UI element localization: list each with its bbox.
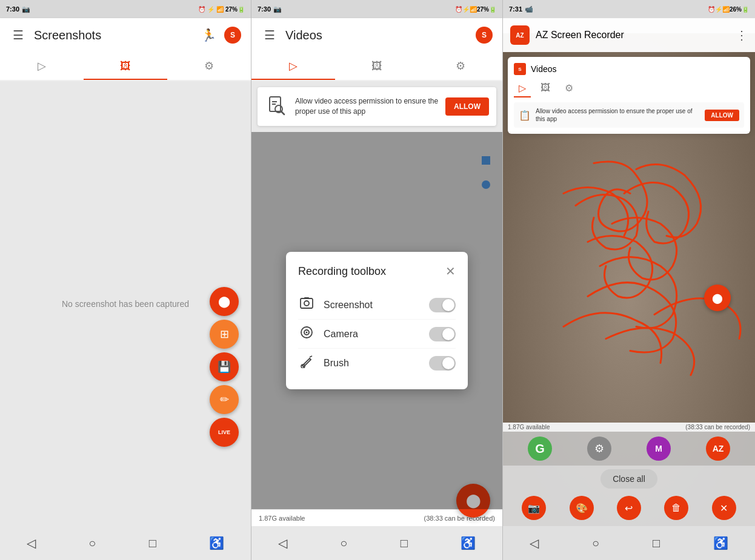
close-all-button[interactable]: Close all bbox=[600, 469, 657, 489]
mini-video-panel: S Videos ▷ 🖼 ⚙ 📋 Allow video access perm… bbox=[508, 57, 750, 134]
close-tool[interactable]: ✕ bbox=[712, 496, 736, 520]
app-icon-task[interactable]: M bbox=[647, 436, 671, 461]
alarm-icon-2: ⏰⚡📶27%🔋 bbox=[455, 6, 496, 13]
tab-video-icon-2: ▷ bbox=[289, 59, 298, 73]
delete-tool[interactable]: 🗑 bbox=[664, 496, 688, 520]
hamburger-menu-1[interactable]: ☰ bbox=[10, 27, 27, 44]
svg-line-12 bbox=[310, 356, 312, 357]
tab-video-icon-1: ▷ bbox=[38, 59, 46, 73]
brush-label: Brush bbox=[324, 358, 421, 369]
mini-tab-video[interactable]: ▷ bbox=[514, 80, 531, 97]
tab-video-2[interactable]: ▷ bbox=[251, 52, 335, 80]
tab-video-1[interactable]: ▷ bbox=[0, 52, 84, 80]
file-search-icon bbox=[266, 96, 288, 117]
camera-icon-3: 📹 bbox=[525, 5, 533, 13]
empty-screenshots-text: No screenshot has been captured bbox=[62, 299, 189, 309]
record-icon-1: ⬤ bbox=[218, 295, 230, 308]
save-button-1[interactable]: 💾 bbox=[210, 352, 239, 381]
modal-header: Recording toolbox ✕ bbox=[298, 264, 456, 278]
svg-point-6 bbox=[304, 301, 309, 306]
mini-permission-text: Allow video access permission to ensure … bbox=[536, 107, 700, 123]
brush-toggle[interactable] bbox=[429, 356, 456, 371]
back-button-2[interactable]: ◁ bbox=[266, 531, 299, 555]
home-button-3[interactable]: ○ bbox=[580, 532, 611, 555]
mini-allow-button[interactable]: ALLOW bbox=[705, 110, 739, 121]
time-2: 7:30 bbox=[258, 5, 271, 13]
recents-button-2[interactable]: □ bbox=[388, 532, 420, 555]
permission-banner-2: Allow video access permission to ensure … bbox=[258, 87, 496, 126]
top-bar-2: ☰ Videos S bbox=[251, 18, 502, 52]
storage-info-2: 1.87G available bbox=[259, 515, 305, 522]
google-icon[interactable]: G bbox=[528, 436, 552, 461]
recents-button-3[interactable]: □ bbox=[640, 532, 672, 555]
screenshot-tool[interactable]: 📷 bbox=[522, 496, 546, 520]
back-button-3[interactable]: ◁ bbox=[517, 531, 551, 555]
recording-time-3: (38:33 can be recorded) bbox=[685, 424, 750, 430]
mini-file-icon: 📋 bbox=[519, 110, 531, 121]
permission-icon-2 bbox=[265, 94, 289, 119]
edit-button-1[interactable]: ✏ bbox=[210, 385, 239, 414]
az-header: AZ AZ Screen Recorder ⋮ bbox=[503, 18, 755, 52]
grid-icon-1: ⊞ bbox=[220, 328, 229, 341]
camera-label: Camera bbox=[324, 329, 421, 340]
az-icon-task[interactable]: AZ bbox=[706, 436, 730, 461]
drawing-area bbox=[503, 139, 755, 394]
home-button-2[interactable]: ○ bbox=[328, 532, 359, 555]
signal-icon: 📶 bbox=[216, 6, 224, 13]
mini-tab-image[interactable]: 🖼 bbox=[536, 80, 555, 97]
record-button-1[interactable]: ⬤ bbox=[210, 287, 239, 316]
home-button-1[interactable]: ○ bbox=[76, 532, 108, 555]
nav-bar-1: ◁ ○ □ ♿ bbox=[0, 526, 251, 560]
tab-settings-2[interactable]: ⚙ bbox=[419, 52, 502, 80]
svg-rect-5 bbox=[301, 298, 313, 308]
permission-text-2: Allow video access permission to ensure … bbox=[295, 96, 439, 117]
undo-tool[interactable]: ↩ bbox=[617, 496, 641, 520]
accessibility-button-2[interactable]: ♿ bbox=[448, 531, 488, 555]
hamburger-icon-1: ☰ bbox=[13, 28, 24, 42]
screenshot-label: Screenshot bbox=[324, 300, 421, 311]
camera-status-icon-2: 📷 bbox=[273, 5, 282, 13]
status-bar-3: 7:31 📹 ⏰⚡📶26%🔋 bbox=[503, 0, 755, 18]
recording-toolbox-modal: Recording toolbox ✕ Screenshot bbox=[286, 252, 468, 389]
record-overlay-button[interactable]: ⬤ bbox=[704, 285, 731, 311]
camera-icon bbox=[298, 326, 315, 342]
panel-videos: 7:30 📷 ⏰⚡📶27%🔋 ☰ Videos S ▷ 🖼 ⚙ bbox=[251, 0, 503, 560]
live-label-1: LIVE bbox=[218, 429, 230, 435]
scribble-drawing bbox=[503, 139, 755, 394]
nav-bar-3: ◁ ○ □ ♿ bbox=[503, 526, 755, 560]
palette-tool-icon: 🎨 bbox=[576, 502, 588, 514]
mini-tab-settings[interactable]: ⚙ bbox=[560, 80, 578, 97]
modal-close-button[interactable]: ✕ bbox=[445, 264, 456, 278]
tab-image-2[interactable]: 🖼 bbox=[335, 52, 419, 80]
undo-tool-icon: ↩ bbox=[625, 502, 633, 514]
mini-tabs: ▷ 🖼 ⚙ bbox=[514, 80, 744, 97]
run-icon[interactable]: 🏃 bbox=[200, 27, 217, 44]
camera-toggle[interactable] bbox=[429, 327, 456, 341]
allow-button-2[interactable]: ALLOW bbox=[445, 97, 489, 116]
modal-title: Recording toolbox bbox=[298, 265, 386, 278]
tab-image-icon-2: 🖼 bbox=[371, 60, 382, 73]
three-dot-menu[interactable]: ⋮ bbox=[736, 28, 748, 42]
hamburger-icon-2: ☰ bbox=[264, 28, 275, 42]
tab-bar-2: ▷ 🖼 ⚙ bbox=[251, 52, 502, 81]
back-button-1[interactable]: ◁ bbox=[15, 531, 48, 555]
tab-settings-1[interactable]: ⚙ bbox=[167, 52, 251, 80]
settings-icon-task[interactable]: ⚙ bbox=[587, 436, 611, 461]
accessibility-button-1[interactable]: ♿ bbox=[197, 531, 236, 555]
content-area-1: No screenshot has been captured ⬤ ⊞ 💾 ✏ … bbox=[0, 81, 251, 526]
screenshot-toggle[interactable] bbox=[429, 298, 456, 312]
camera-status-icon: 📷 bbox=[22, 5, 30, 13]
grid-button-1[interactable]: ⊞ bbox=[210, 320, 239, 349]
screenshot-tool-icon: 📷 bbox=[528, 502, 540, 514]
top-bar-1: ☰ Screenshots 🏃 S bbox=[0, 18, 251, 52]
tab-image-1[interactable]: 🖼 bbox=[84, 52, 167, 80]
float-menu-1: ⬤ ⊞ 💾 ✏ LIVE bbox=[210, 287, 239, 447]
accessibility-button-3[interactable]: ♿ bbox=[701, 531, 740, 555]
hamburger-menu-2[interactable]: ☰ bbox=[261, 27, 278, 44]
bluetooth-icon: ⚡ bbox=[207, 6, 215, 13]
toolbox-row-screenshot: Screenshot bbox=[298, 291, 456, 320]
palette-tool[interactable]: 🎨 bbox=[570, 496, 594, 520]
recents-button-1[interactable]: □ bbox=[137, 532, 168, 555]
page-title-2: Videos bbox=[285, 28, 468, 42]
live-button-1[interactable]: LIVE bbox=[210, 418, 239, 447]
